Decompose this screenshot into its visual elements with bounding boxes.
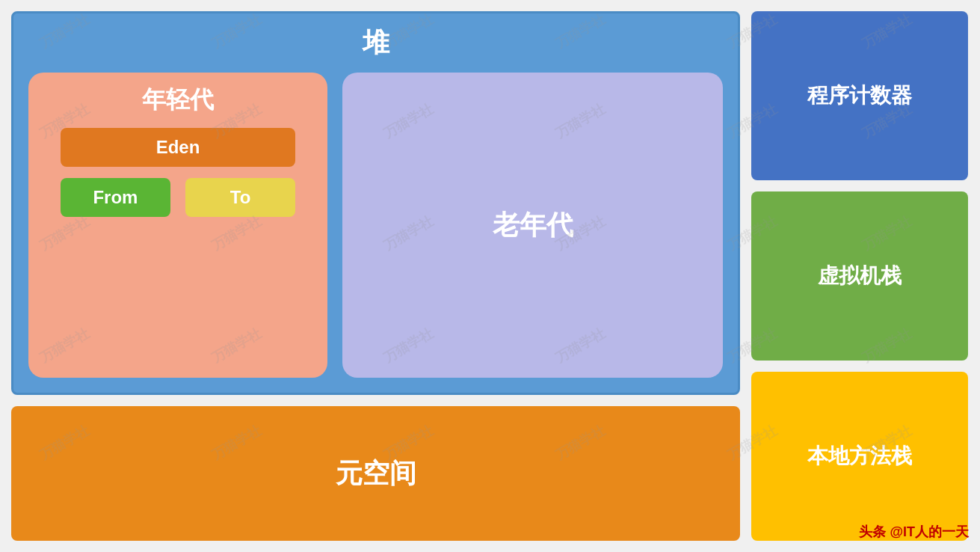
eden-block: Eden [61, 128, 296, 167]
metaspace-container: 元空间 [11, 406, 740, 541]
survivor-row: From To [61, 178, 296, 217]
right-column: 程序计数器 虚拟机栈 本地方法栈 [751, 11, 968, 541]
native-stack-box: 本地方法栈 [751, 372, 968, 541]
program-counter-box: 程序计数器 [751, 11, 968, 180]
young-gen-title: 年轻代 [142, 84, 214, 117]
main-layout: 堆 年轻代 Eden From To 老年代 元空间 [0, 0, 980, 552]
from-block: From [61, 178, 170, 217]
old-gen-title: 老年代 [493, 207, 573, 244]
program-counter-title: 程序计数器 [807, 82, 912, 110]
left-column: 堆 年轻代 Eden From To 老年代 元空间 [11, 11, 740, 541]
vm-stack-title: 虚拟机栈 [818, 262, 902, 290]
heap-container: 堆 年轻代 Eden From To 老年代 [11, 11, 740, 395]
to-block: To [185, 178, 295, 217]
old-gen: 老年代 [342, 73, 723, 378]
vm-stack-box: 虚拟机栈 [751, 191, 968, 361]
heap-inner: 年轻代 Eden From To 老年代 [28, 73, 723, 378]
footer-text: 头条 @IT人的一天 [859, 523, 969, 541]
native-stack-title: 本地方法栈 [807, 442, 912, 470]
heap-title: 堆 [28, 25, 723, 61]
young-gen: 年轻代 Eden From To [28, 73, 327, 378]
metaspace-title: 元空间 [336, 456, 416, 492]
